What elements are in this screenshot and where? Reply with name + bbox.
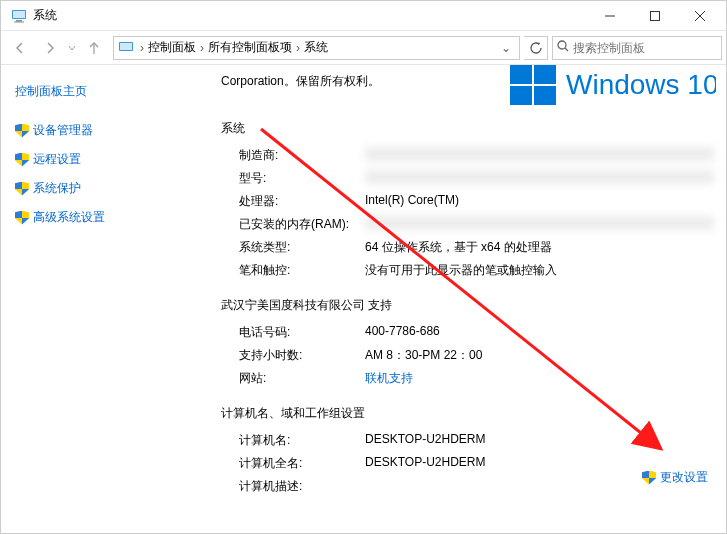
change-settings-label: 更改设置 [660, 469, 708, 486]
up-button[interactable] [79, 34, 109, 62]
section-title: 系统 [221, 120, 714, 137]
navbar: › 控制面板 › 所有控制面板项 › 系统 ⌄ [1, 31, 726, 65]
svg-rect-1 [13, 11, 25, 18]
section-title: 武汉宁美国度科技有限公司 支持 [221, 297, 714, 314]
search-bar[interactable] [552, 36, 722, 60]
chevron-right-icon: › [138, 41, 146, 55]
main-content: Windows 10 Corporation。保留所有权利。 系统 制造商: 型… [201, 65, 726, 533]
breadcrumb-system[interactable]: 系统 [302, 39, 330, 56]
label-processor: 处理器: [239, 193, 365, 210]
value-model [365, 170, 714, 184]
control-panel-home-link[interactable]: 控制面板主页 [15, 83, 201, 100]
label-hours: 支持小时数: [239, 347, 365, 364]
windows-logo-icon [510, 65, 556, 105]
label-description: 计算机描述: [239, 478, 365, 495]
value-system-type: 64 位操作系统，基于 x64 的处理器 [365, 239, 714, 256]
label-website: 网站: [239, 370, 365, 387]
forward-button[interactable] [35, 34, 65, 62]
windows-logo: Windows 10 [510, 65, 716, 105]
support-section: 武汉宁美国度科技有限公司 支持 电话号码:400-7786-686 支持小时数:… [221, 297, 714, 387]
svg-rect-5 [650, 11, 659, 20]
value-pen-touch: 没有可用于此显示器的笔或触控输入 [365, 262, 714, 279]
value-telephone: 400-7786-686 [365, 324, 714, 341]
value-hours: AM 8：30-PM 22：00 [365, 347, 714, 364]
breadcrumb-all-items[interactable]: 所有控制面板项 [206, 39, 294, 56]
search-input[interactable] [573, 41, 717, 55]
system-icon [11, 8, 27, 24]
system-section: 系统 制造商: 型号: 处理器:Intel(R) Core(TM) 已安装的内存… [221, 120, 714, 279]
chevron-right-icon: › [294, 41, 302, 55]
sidebar-advanced-settings[interactable]: 高级系统设置 [15, 209, 201, 226]
svg-point-10 [558, 41, 566, 49]
system-icon [118, 40, 134, 56]
back-button[interactable] [5, 34, 35, 62]
section-title: 计算机名、域和工作组设置 [221, 405, 714, 422]
chevron-right-icon: › [198, 41, 206, 55]
svg-rect-3 [14, 21, 24, 22]
label-pen-touch: 笔和触控: [239, 262, 365, 279]
value-manufacturer [365, 147, 714, 161]
sidebar-remote-settings[interactable]: 远程设置 [15, 151, 201, 168]
sidebar-system-protection[interactable]: 系统保护 [15, 180, 201, 197]
titlebar: 系统 [1, 1, 726, 31]
label-computer-name: 计算机名: [239, 432, 365, 449]
label-system-type: 系统类型: [239, 239, 365, 256]
label-telephone: 电话号码: [239, 324, 365, 341]
svg-rect-9 [120, 43, 132, 50]
history-dropdown[interactable] [65, 44, 79, 52]
address-bar[interactable]: › 控制面板 › 所有控制面板项 › 系统 ⌄ [113, 36, 520, 60]
sidebar-item-label: 系统保护 [33, 180, 81, 197]
computer-name-section: 计算机名、域和工作组设置 计算机名:DESKTOP-U2HDERM 计算机全名:… [221, 405, 714, 495]
value-ram [365, 216, 714, 230]
minimize-button[interactable] [587, 2, 632, 30]
change-settings-link[interactable]: 更改设置 [642, 469, 708, 486]
maximize-button[interactable] [632, 2, 677, 30]
address-dropdown[interactable]: ⌄ [497, 41, 515, 55]
label-manufacturer: 制造商: [239, 147, 365, 164]
value-computer-name: DESKTOP-U2HDERM [365, 432, 714, 449]
refresh-button[interactable] [524, 36, 548, 60]
label-model: 型号: [239, 170, 365, 187]
label-full-name: 计算机全名: [239, 455, 365, 472]
sidebar-device-manager[interactable]: 设备管理器 [15, 122, 201, 139]
sidebar: 控制面板主页 设备管理器 远程设置 系统保护 高级系统设置 [1, 65, 201, 533]
svg-rect-2 [16, 20, 22, 22]
search-icon [557, 40, 569, 55]
online-support-link[interactable]: 联机支持 [365, 371, 413, 385]
sidebar-item-label: 设备管理器 [33, 122, 93, 139]
sidebar-item-label: 高级系统设置 [33, 209, 105, 226]
corporation-text: Corporation。保留所有权利。 [221, 73, 421, 90]
sidebar-item-label: 远程设置 [33, 151, 81, 168]
value-processor: Intel(R) Core(TM) [365, 193, 714, 210]
breadcrumb-control-panel[interactable]: 控制面板 [146, 39, 198, 56]
label-ram: 已安装的内存(RAM): [239, 216, 365, 233]
windows-logo-text: Windows 10 [566, 69, 716, 101]
svg-line-11 [565, 48, 568, 51]
window-title: 系统 [33, 7, 57, 24]
close-button[interactable] [677, 2, 722, 30]
